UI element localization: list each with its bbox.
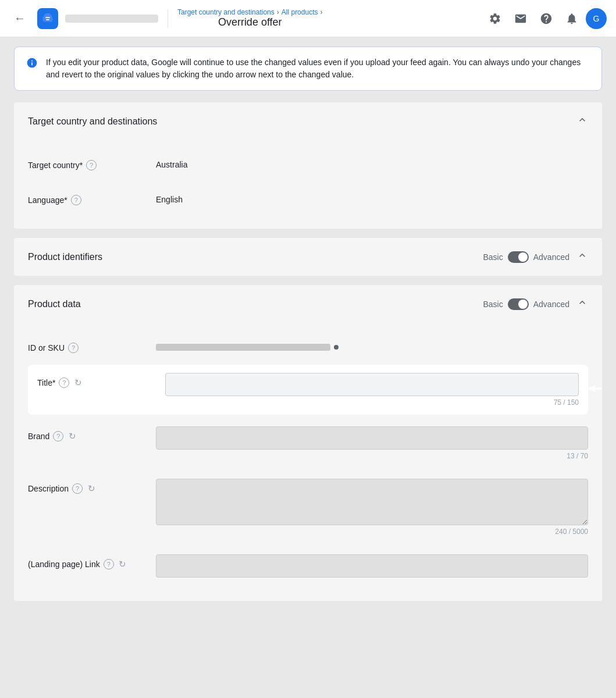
help-button[interactable] (535, 7, 558, 30)
breadcrumb-all-products[interactable]: All products (282, 8, 318, 16)
id-sku-field-area (156, 339, 588, 351)
target-country-header-right (576, 114, 588, 129)
product-identifiers-section: Product identifiers Basic Advanced (14, 238, 602, 276)
language-row: Language* ? English (28, 180, 588, 215)
id-sku-dot (334, 345, 339, 350)
breadcrumb-chevron2: › (320, 8, 322, 16)
divider2 (14, 280, 602, 285)
breadcrumb-products[interactable]: Target country and destinations (177, 8, 275, 16)
brand-reset-icon[interactable]: ↻ (67, 431, 77, 441)
target-country-label-area: Target country* ? (28, 154, 156, 170)
product-identifiers-basic-label: Basic (483, 252, 503, 262)
breadcrumb-chevron1: › (277, 8, 279, 16)
product-identifiers-toggle[interactable] (508, 251, 529, 263)
product-identifiers-toggle-group: Basic Advanced (483, 251, 569, 263)
title-label: Title* (37, 378, 55, 387)
brand-input[interactable] (156, 426, 588, 450)
target-country-header[interactable]: Target country and destinations (14, 102, 602, 140)
brand-label: Brand (28, 432, 49, 441)
link-help-icon[interactable]: ? (104, 559, 114, 569)
target-country-label: Target country* (28, 161, 83, 170)
title-help-icon[interactable]: ? (59, 378, 69, 388)
target-country-value: Australia (156, 154, 588, 169)
brand-row: Brand ? ↻ 13 / 70 (28, 417, 588, 469)
description-char-count: 240 / 5000 (156, 528, 588, 536)
info-text: If you edit your product data, Google wi… (46, 56, 590, 81)
info-banner: If you edit your product data, Google wi… (14, 47, 602, 91)
header-icons: G (483, 7, 607, 30)
title-field-area: 75 / 150 (165, 373, 579, 407)
target-country-title: Target country and destinations (28, 116, 157, 127)
product-data-title: Product data (28, 299, 81, 309)
brand-char-count: 13 / 70 (156, 452, 588, 460)
description-input[interactable] (156, 479, 588, 525)
mail-button[interactable] (509, 7, 532, 30)
language-help-icon[interactable]: ? (71, 195, 81, 205)
product-data-toggle[interactable] (508, 298, 529, 310)
title-row-highlighted: Title* ? ↻ 75 / 150 (28, 365, 588, 415)
app-header: ← Target country and destinations › All … (0, 0, 616, 37)
breadcrumb: Target country and destinations › All pr… (177, 8, 322, 29)
brand-help-icon[interactable]: ? (53, 431, 63, 441)
language-label-area: Language* ? (28, 189, 156, 205)
id-sku-label-area: ID or SKU ? (28, 337, 156, 353)
description-row: Description ? ↻ 240 / 5000 (28, 469, 588, 545)
target-country-help-icon[interactable]: ? (86, 160, 97, 170)
header-divider (168, 9, 168, 28)
language-value: English (156, 189, 588, 204)
notifications-button[interactable] (560, 7, 583, 30)
arrow-annotation (582, 377, 602, 403)
target-country-collapse-icon[interactable] (576, 114, 588, 129)
id-sku-value-area (156, 339, 588, 351)
product-identifiers-collapse-icon[interactable] (576, 250, 588, 264)
account-name (65, 15, 158, 23)
brand-label-area: Brand ? ↻ (28, 426, 156, 441)
product-data-header[interactable]: Product data Basic Advanced (14, 285, 602, 323)
product-identifiers-right: Basic Advanced (483, 250, 588, 264)
page-title: Override offer (218, 16, 282, 29)
link-field-area (156, 554, 588, 578)
link-label-area: (Landing page) Link ? ↻ (28, 554, 156, 569)
product-data-section: Product data Basic Advanced ID or SKU (14, 285, 602, 601)
product-identifiers-title: Product identifiers (28, 252, 102, 262)
product-data-basic-label: Basic (483, 300, 503, 309)
title-reset-icon[interactable]: ↻ (73, 378, 83, 388)
info-icon (26, 57, 38, 72)
id-sku-help-icon[interactable]: ? (68, 343, 79, 353)
settings-button[interactable] (483, 7, 507, 30)
language-label: Language* (28, 195, 67, 205)
link-input[interactable] (156, 554, 588, 578)
main-content: If you edit your product data, Google wi… (0, 37, 616, 612)
id-sku-label: ID or SKU (28, 343, 65, 352)
back-button[interactable]: ← (9, 8, 30, 29)
id-sku-value-blurred (156, 344, 330, 351)
link-row: (Landing page) Link ? ↻ (28, 545, 588, 587)
title-char-count: 75 / 150 (165, 398, 579, 407)
breadcrumb-path: Target country and destinations › All pr… (177, 8, 322, 16)
target-country-field-area: Australia (156, 154, 588, 169)
description-label-area: Description ? ↻ (28, 479, 156, 494)
brand-field-area: 13 / 70 (156, 426, 588, 460)
description-reset-icon[interactable]: ↻ (86, 483, 97, 494)
product-data-right: Basic Advanced (483, 297, 588, 311)
description-help-icon[interactable]: ? (72, 483, 83, 494)
target-country-section: Target country and destinations Target c… (14, 102, 602, 229)
description-label: Description (28, 484, 69, 493)
product-data-toggle-group: Basic Advanced (483, 298, 569, 310)
description-field-area: 240 / 5000 (156, 479, 588, 536)
link-reset-icon[interactable]: ↻ (117, 559, 128, 569)
title-input[interactable] (165, 373, 579, 396)
svg-marker-1 (588, 385, 595, 392)
id-sku-row: ID or SKU ? (28, 327, 588, 362)
divider1 (14, 233, 602, 238)
product-data-body: ID or SKU ? Title* ? ↻ (14, 323, 602, 601)
product-data-collapse-icon[interactable] (576, 297, 588, 311)
target-country-body: Target country* ? Australia Language* ? … (14, 140, 602, 229)
language-field-area: English (156, 189, 588, 204)
app-logo (37, 8, 58, 29)
user-avatar[interactable]: G (586, 8, 607, 29)
product-identifiers-header[interactable]: Product identifiers Basic Advanced (14, 238, 602, 276)
link-label: (Landing page) Link (28, 560, 100, 569)
title-label-area: Title* ? ↻ (37, 373, 165, 388)
target-country-row: Target country* ? Australia (28, 145, 588, 180)
